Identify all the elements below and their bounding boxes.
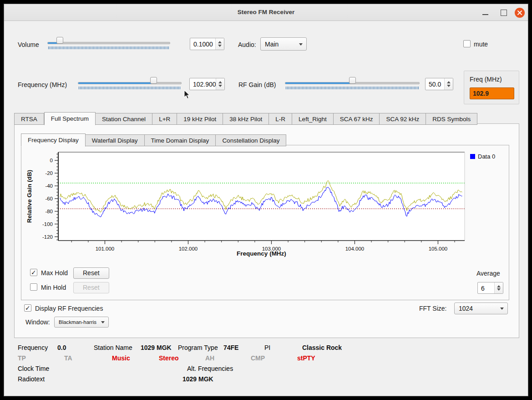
rf-gain-spin-buttons[interactable] <box>444 78 453 90</box>
window-fn-label: Window: <box>25 318 50 326</box>
chevron-down-icon <box>500 308 504 310</box>
frequency-spin-buttons[interactable] <box>216 78 224 90</box>
frequency-slider[interactable] <box>78 80 182 90</box>
rds-program-type-value: 74FE <box>223 344 238 351</box>
svg-text:-60: -60 <box>45 196 53 201</box>
tab-frequency-display[interactable]: Frequency Display <box>21 133 86 147</box>
mute-checkbox[interactable] <box>463 40 471 47</box>
tab-38-khz-pilot[interactable]: 38 kHz Pilot <box>223 113 269 125</box>
frequency-spinbox-value: 102.900 <box>193 81 216 88</box>
volume-label: Volume <box>18 41 39 48</box>
rds-frequency-value: 0.0 <box>57 344 66 351</box>
display-rf-checkbox[interactable] <box>24 304 31 312</box>
window-fn-combobox[interactable]: Blackman-harris <box>54 317 109 328</box>
svg-text:105.000: 105.000 <box>429 246 448 251</box>
svg-text:102.000: 102.000 <box>179 246 198 251</box>
volume-slider-groove[interactable] <box>47 42 170 44</box>
audio-label: Audio: <box>238 41 256 48</box>
svg-text:101.000: 101.000 <box>96 246 115 251</box>
svg-text:Data 0: Data 0 <box>478 153 495 160</box>
volume-spin-buttons[interactable] <box>215 38 224 50</box>
rf-gain-spinbox-value: 50.0 <box>429 81 441 88</box>
tab-sca-92-khz[interactable]: SCA 92 kHz <box>380 113 426 125</box>
svg-text:0: 0 <box>50 158 53 163</box>
app-window: Stereo FM Receiver Volume 0.1000 Audio: … <box>4 4 528 396</box>
spin-down-icon[interactable] <box>218 85 222 87</box>
freq-readout-panel: Freq (MHz) 102.9 <box>464 71 519 104</box>
tab-l-r[interactable]: L+R <box>152 113 177 125</box>
tab-left-right[interactable]: Left_Right <box>292 113 334 125</box>
tab-sca-67-khz[interactable]: SCA 67 kHz <box>334 113 380 125</box>
chevron-down-icon <box>101 321 105 323</box>
fft-size-combobox-value: 1024 <box>459 305 473 312</box>
svg-text:Frequency (MHz): Frequency (MHz) <box>237 250 286 257</box>
rds-stereo-flag: Stereo <box>159 354 179 362</box>
fft-size-label: FFT Size: <box>419 305 446 312</box>
frequency-slider-handle[interactable] <box>150 77 157 84</box>
audio-combobox[interactable]: Main <box>260 37 307 51</box>
rds-ah-flag: AH <box>205 354 214 362</box>
volume-slider-handle[interactable] <box>56 37 63 44</box>
rds-frequency-label: Frequency <box>18 344 48 351</box>
svg-text:-20: -20 <box>45 170 53 176</box>
volume-spinbox[interactable]: 0.1000 <box>190 38 224 50</box>
frequency-label: Frequency (MHz) <box>18 81 67 88</box>
audio-combobox-value: Main <box>265 41 279 48</box>
max-hold-checkbox[interactable] <box>30 269 37 276</box>
spin-down-icon[interactable] <box>447 85 451 87</box>
rds-alt-freq-label: Alt. Frequencies <box>187 365 233 372</box>
tab-constellation-display[interactable]: Constellation Display <box>216 134 286 146</box>
volume-slider[interactable] <box>47 40 170 50</box>
rf-gain-slider[interactable] <box>285 80 420 90</box>
frequency-slider-groove[interactable] <box>78 82 182 84</box>
tab-station-channel[interactable]: Station Channel <box>96 113 152 125</box>
frequency-spinbox[interactable]: 102.900 <box>189 78 225 90</box>
svg-text:-100: -100 <box>42 221 53 227</box>
tab-time-domain-display[interactable]: Time Domain Display <box>145 134 216 146</box>
average-spinbox-value: 6 <box>481 285 485 292</box>
max-hold-reset-button[interactable]: Reset <box>73 267 109 279</box>
spin-down-icon[interactable] <box>497 288 501 291</box>
tab-rds-symbols[interactable]: RDS Symbols <box>426 113 477 125</box>
rds-alt-freq-value: 1029 MGK <box>182 375 213 383</box>
titlebar: Stereo FM Receiver <box>4 4 528 21</box>
spin-up-icon[interactable] <box>218 41 222 43</box>
rds-stpty-flag: stPTY <box>297 354 315 362</box>
rds-program-type-label: Program Type <box>178 344 218 351</box>
tab-l-r[interactable]: L-R <box>269 113 292 125</box>
rds-pi-value: Classic Rock <box>302 344 342 351</box>
mouse-cursor-icon <box>184 90 190 99</box>
rds-pi-label: PI <box>264 344 270 351</box>
window-title: Stereo FM Receiver <box>4 9 528 15</box>
svg-text:Relative Gain (dB): Relative Gain (dB) <box>26 170 33 223</box>
rds-music-flag: Music <box>112 354 130 362</box>
svg-text:-40: -40 <box>45 183 53 189</box>
min-hold-reset-button[interactable]: Reset <box>73 282 109 293</box>
rds-radiotext-label: Radiotext <box>18 375 45 383</box>
min-hold-checkbox[interactable] <box>30 283 37 291</box>
spin-up-icon[interactable] <box>447 81 451 83</box>
rf-gain-label: RF Gain (dB) <box>238 81 276 88</box>
average-spinbox[interactable]: 6 <box>477 282 503 294</box>
tab-full-spectrum[interactable]: Full Spectrum <box>44 112 96 125</box>
svg-text:-120: -120 <box>42 234 53 240</box>
close-button[interactable] <box>515 8 525 18</box>
svg-text:104.000: 104.000 <box>345 246 365 251</box>
rf-gain-spinbox[interactable]: 50.0 <box>425 78 453 90</box>
fft-size-combobox[interactable]: 1024 <box>454 303 508 314</box>
spin-down-icon[interactable] <box>218 45 222 47</box>
maximize-button[interactable] <box>499 8 509 18</box>
spin-up-icon[interactable] <box>497 285 501 287</box>
freq-readout-label: Freq (MHz) <box>470 76 502 83</box>
spin-up-icon[interactable] <box>218 81 222 83</box>
rf-gain-slider-ticks <box>286 87 419 89</box>
display-rf-label: Display RF Frequencies <box>35 305 103 312</box>
average-spin-buttons[interactable] <box>494 282 503 293</box>
tab-waterfall-display[interactable]: Waterfall Display <box>86 134 145 146</box>
freq-readout-value: 102.9 <box>470 87 514 99</box>
tab-19-khz-pilot[interactable]: 19 kHz Pilot <box>177 113 223 125</box>
rf-gain-slider-handle[interactable] <box>349 77 356 84</box>
display-tabstrip: Frequency DisplayWaterfall DisplayTime D… <box>21 133 286 146</box>
tab-rtsa[interactable]: RTSA <box>14 113 44 125</box>
minimize-button[interactable] <box>481 8 491 18</box>
